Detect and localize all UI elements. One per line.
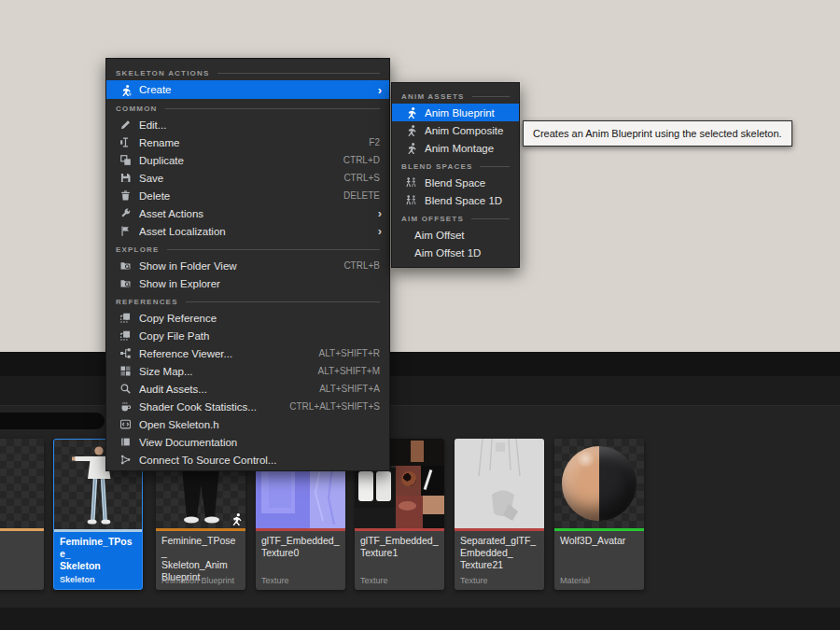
text-cursor-icon bbox=[119, 136, 132, 149]
menu-item-copy-file-path[interactable]: Copy File Path bbox=[106, 327, 389, 344]
menu-item-label: Reference Viewer... bbox=[139, 348, 312, 359]
menu-item-create[interactable]: Create › bbox=[106, 80, 389, 99]
menu-item-label: Size Map... bbox=[139, 366, 311, 377]
menu-item-reference-viewer[interactable]: Reference Viewer... ALT+SHIFT+R bbox=[106, 344, 389, 362]
person-run-plus-icon bbox=[119, 83, 132, 96]
menu-item-label: Shader Cook Statistics... bbox=[139, 401, 282, 413]
menu-item-open-skeleton-h[interactable]: Open Skeleton.h bbox=[106, 415, 389, 433]
menu-item-label: Duplicate bbox=[139, 155, 336, 166]
asset-tile-texture21[interactable]: Separated_glTF_ Embedded_ Texture21 Text… bbox=[455, 439, 544, 590]
collage-block bbox=[421, 466, 444, 497]
submenu-arrow-icon: › bbox=[378, 84, 382, 96]
menu-item-label: Anim Composite bbox=[425, 125, 519, 136]
code-icon bbox=[119, 418, 132, 431]
menu-item-shader-cook-statistics[interactable]: Shader Cook Statistics... CTRL+ALT+SHIFT… bbox=[106, 398, 389, 415]
submenu-item-anim-montage[interactable]: Anim Montage bbox=[392, 139, 519, 157]
menu-item-label: Edit... bbox=[139, 119, 389, 131]
menu-item-label: Blend Space bbox=[425, 177, 519, 189]
asset-type: Skeleton bbox=[60, 575, 95, 584]
section-header: EXPLORE bbox=[106, 240, 389, 257]
asset-thumbnail bbox=[455, 439, 544, 528]
menu-item-connect-to-source-control[interactable]: Connect To Source Control... bbox=[106, 451, 389, 469]
menu-item-label: Connect To Source Control... bbox=[139, 455, 389, 466]
menu-item-view-documentation[interactable]: View Documentation bbox=[106, 433, 389, 451]
submenu-item-anim-blueprint[interactable]: Anim Blueprint bbox=[392, 104, 519, 121]
shortcut-label: DELETE bbox=[343, 190, 380, 201]
submenu-item-blend-space-1d[interactable]: Blend Space 1D bbox=[392, 191, 519, 209]
menu-item-label: Copy File Path bbox=[139, 330, 389, 342]
submenu-arrow-icon: › bbox=[378, 207, 382, 219]
asset-type: Texture bbox=[360, 576, 388, 585]
asset-name: TPose_ set bbox=[0, 531, 44, 559]
menu-item-size-map[interactable]: Size Map... ALT+SHIFT+M bbox=[106, 362, 389, 380]
shortcut-label: ALT+SHIFT+M bbox=[318, 366, 381, 376]
asset-tile-clipped[interactable]: TPose_ set t bbox=[0, 439, 44, 590]
submenu-item-aim-offset-1d[interactable]: Aim Offset 1D bbox=[392, 244, 519, 261]
menu-item-audit-assets[interactable]: Audit Assets... ALT+SHIFT+A bbox=[106, 380, 389, 398]
book-icon bbox=[119, 436, 132, 449]
asset-thumbnail bbox=[554, 439, 644, 528]
menu-item-label: Blend Space 1D bbox=[425, 195, 519, 206]
menu-item-label: Anim Montage bbox=[425, 143, 519, 154]
collage-block bbox=[355, 508, 396, 528]
menu-item-duplicate[interactable]: Duplicate CTRL+D bbox=[106, 151, 389, 169]
copy-icon bbox=[119, 329, 132, 343]
asset-name: glTF_Embedded_ Texture0 bbox=[256, 531, 345, 559]
submenu-item-anim-composite[interactable]: Anim Composite bbox=[392, 121, 519, 139]
content-browser-search-input[interactable] bbox=[0, 413, 105, 429]
wrench-icon bbox=[119, 207, 132, 220]
section-header: COMMON bbox=[106, 99, 389, 116]
menu-item-rename[interactable]: Rename F2 bbox=[106, 133, 389, 151]
menu-item-label: Audit Assets... bbox=[139, 384, 312, 395]
menu-item-edit[interactable]: Edit... bbox=[106, 116, 389, 133]
copy-icon bbox=[119, 312, 132, 325]
asset-thumbnail bbox=[0, 439, 44, 528]
person-run-icon bbox=[404, 142, 417, 155]
asset-type: Animation Blueprint bbox=[161, 576, 234, 585]
menu-item-save[interactable]: Save CTRL+S bbox=[106, 169, 389, 187]
asset-type: Material bbox=[560, 576, 590, 585]
menu-item-label: Asset Actions bbox=[139, 208, 378, 219]
branch-icon bbox=[119, 454, 132, 467]
collage-block bbox=[423, 514, 444, 528]
menu-item-label: Show in Folder View bbox=[139, 260, 336, 272]
white-shirt bbox=[358, 471, 373, 502]
submenu-item-blend-space[interactable]: Blend Space bbox=[392, 174, 519, 191]
anim-badge-icon bbox=[230, 512, 243, 525]
pencil-icon bbox=[119, 119, 132, 132]
menu-item-label: Show in Explorer bbox=[139, 278, 389, 289]
menu-item-label: Aim Offset bbox=[414, 230, 519, 241]
menu-item-asset-actions[interactable]: Asset Actions › bbox=[106, 204, 389, 222]
folder-search-icon bbox=[119, 277, 132, 290]
material-sphere bbox=[562, 446, 637, 521]
magnifier-icon bbox=[119, 383, 132, 396]
menu-item-label: Asset Localization bbox=[139, 226, 378, 237]
trash-icon bbox=[119, 189, 132, 203]
menu-item-label: Save bbox=[139, 173, 336, 184]
person-pair-icon bbox=[404, 176, 417, 189]
person-pair-icon bbox=[404, 194, 417, 207]
submenu-item-aim-offset[interactable]: Aim Offset bbox=[392, 226, 519, 244]
section-header: ANIM ASSETS bbox=[392, 87, 519, 104]
menu-item-show-in-folder-view[interactable]: Show in Folder View CTRL+B bbox=[106, 257, 389, 274]
collage-block bbox=[423, 496, 444, 513]
menu-item-delete[interactable]: Delete DELETE bbox=[106, 187, 389, 204]
menu-item-asset-localization[interactable]: Asset Localization › bbox=[106, 222, 389, 240]
section-header: AIM OFFSETS bbox=[392, 209, 519, 226]
asset-name: Feminine_TPose_ Skeleton bbox=[54, 532, 142, 572]
menu-item-label: Open Skeleton.h bbox=[139, 419, 389, 430]
asset-tile-wolf3d-avatar[interactable]: Wolf3D_Avatar Material bbox=[554, 439, 644, 590]
menu-item-label: View Documentation bbox=[139, 437, 389, 448]
menu-item-show-in-explorer[interactable]: Show in Explorer bbox=[106, 274, 389, 292]
asset-name: glTF_Embedded_ Texture1 bbox=[355, 531, 444, 559]
shortcut-label: ALT+SHIFT+A bbox=[319, 384, 380, 394]
section-header: SKELETON ACTIONS bbox=[106, 63, 389, 80]
shortcut-label: CTRL+S bbox=[343, 173, 380, 183]
menu-item-label: Rename bbox=[139, 137, 361, 148]
menu-item-copy-reference[interactable]: Copy Reference bbox=[106, 309, 389, 327]
folder-search-icon bbox=[119, 259, 132, 273]
menu-item-label: Create bbox=[139, 84, 378, 95]
person-run-icon bbox=[404, 124, 417, 137]
shortcut-label: CTRL+D bbox=[343, 155, 380, 165]
white-shirt bbox=[376, 471, 391, 502]
